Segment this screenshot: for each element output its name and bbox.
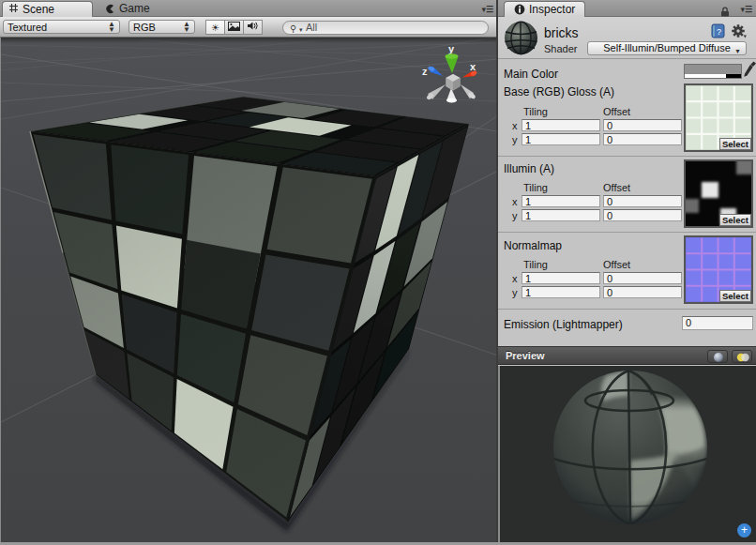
svg-text:x: x: [470, 61, 476, 72]
svg-text:?: ?: [717, 27, 721, 37]
svg-text:y: y: [448, 43, 455, 54]
svg-text:z: z: [422, 66, 428, 77]
